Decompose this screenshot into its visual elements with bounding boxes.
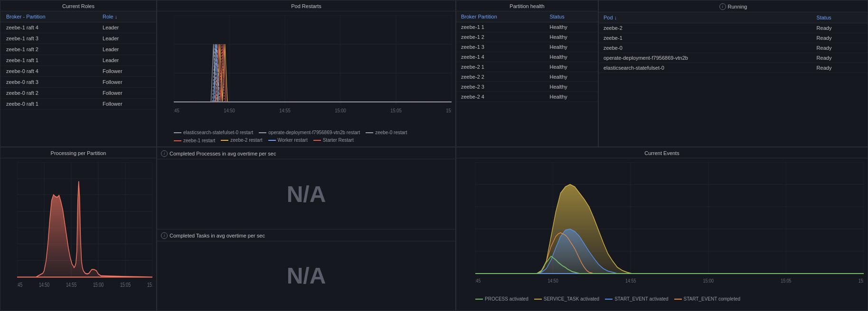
health-status-cell: Healthy	[545, 62, 598, 72]
current-events-svg: 0 2.5 5.0 7.5 10.0 12.5 14:45 14:50 14:5…	[475, 162, 864, 286]
roles-table-row: zeebe-0 raft 4 Follower	[0, 66, 156, 77]
pod-status-cell: Ready	[812, 43, 868, 53]
pod-restarts-legend: elasticsearch-statefulset-0 restart oper…	[157, 129, 455, 145]
role-cell: Leader	[97, 22, 156, 33]
health-status-cell: Healthy	[545, 22, 598, 32]
processing-svg: 0 5 10 15 20 25 30 35 14:45 14:50 14:55 …	[17, 162, 152, 296]
broker-partition-header[interactable]: Broker - Partition	[0, 11, 97, 22]
running-table-row: elasticsearch-statefulset-0 Ready	[599, 63, 868, 73]
current-roles-panel: Current Roles Broker - Partition Role ↓ …	[0, 0, 157, 147]
partition-cell: zeebe-1 2	[456, 32, 545, 42]
health-status-cell: Healthy	[545, 42, 598, 52]
roles-table-row: zeebe-0 raft 3 Follower	[0, 77, 156, 88]
health-status-cell: Healthy	[545, 92, 598, 102]
role-cell: Leader	[97, 33, 156, 44]
partition-cell: zeebe-2 1	[456, 62, 545, 72]
partition-table-row: zeebe-2 4 Healthy	[456, 92, 598, 102]
info-icon-processes: i	[161, 150, 168, 157]
svg-text:15:10: 15:10	[859, 278, 864, 284]
broker-cell: zeebe-0 raft 1	[0, 99, 97, 110]
completed-panel: i Completed Processes in avg overtime pe…	[157, 147, 456, 311]
completed-processes-section: i Completed Processes in avg overtime pe…	[157, 147, 455, 229]
pod-name-cell: zeebe-0	[599, 43, 812, 53]
running-title-text: Running	[728, 4, 747, 9]
partition-table: Broker Partition Status zeebe-1 1 Health…	[456, 11, 598, 102]
svg-text:15:10: 15:10	[147, 281, 152, 288]
svg-text:14:45: 14:45	[475, 278, 481, 284]
processing-panel: Processing per Partition 0 5 10 15 20 25…	[0, 147, 157, 311]
partition-cell: zeebe-2 3	[456, 82, 545, 92]
pod-col[interactable]: Pod ↓	[599, 12, 812, 23]
role-cell: Leader	[97, 55, 156, 66]
pod-name-cell: elasticsearch-statefulset-0	[599, 63, 812, 73]
health-status-cell: Healthy	[545, 52, 598, 62]
pod-restarts-title-text: Pod Restarts	[291, 3, 321, 9]
running-table: Pod ↓ Status zeebe-2 Ready zeebe-1 Ready…	[599, 12, 868, 73]
processing-title-text: Processing per Partition	[51, 150, 106, 156]
partition-table-row: zeebe-1 1 Healthy	[456, 22, 598, 32]
svg-marker-47	[17, 181, 152, 277]
processing-chart: 0 5 10 15 20 25 30 35 14:45 14:50 14:55 …	[0, 158, 156, 308]
role-cell: Follower	[97, 88, 156, 99]
svg-text:14:50: 14:50	[39, 281, 49, 288]
completed-tasks-section: i Completed Tasks in avg overtime per se…	[157, 229, 455, 311]
svg-text:15:05: 15:05	[781, 278, 792, 284]
running-table-row: operate-deployment-f7956869-vtn2b Ready	[599, 53, 868, 63]
partition-table-row: zeebe-1 4 Healthy	[456, 52, 598, 62]
broker-cell: zeebe-1 raft 1	[0, 55, 97, 66]
partition-table-row: zeebe-1 3 Healthy	[456, 42, 598, 52]
broker-cell: zeebe-0 raft 3	[0, 77, 97, 88]
broker-cell: zeebe-0 raft 2	[0, 88, 97, 99]
pod-name-cell: zeebe-2	[599, 23, 812, 33]
health-status-cell: Healthy	[545, 72, 598, 82]
pod-status-cell: Ready	[812, 33, 868, 43]
completed-processes-title: Completed Processes in avg overtime per …	[170, 151, 276, 156]
pod-name-cell: zeebe-1	[599, 33, 812, 43]
svg-text:15:05: 15:05	[120, 281, 131, 288]
running-status-col: Status	[812, 12, 868, 23]
completed-processes-value: N/A	[157, 159, 455, 229]
current-events-legend: PROCESS activated SERVICE_TASK activated…	[456, 295, 868, 303]
running-table-row: zeebe-2 Ready	[599, 23, 868, 33]
running-panel: i Running Pod ↓ Status zeebe-2 Ready zee…	[598, 0, 868, 147]
roles-table-row: zeebe-0 raft 2 Follower	[0, 88, 156, 99]
running-table-row: zeebe-0 Ready	[599, 43, 868, 53]
info-icon-tasks: i	[161, 232, 168, 239]
roles-table-row: zeebe-1 raft 1 Leader	[0, 55, 156, 66]
current-events-title: Current Events	[456, 147, 868, 158]
svg-text:14:55: 14:55	[66, 281, 76, 288]
broker-cell: zeebe-1 raft 3	[0, 33, 97, 44]
current-events-title-text: Current Events	[644, 150, 679, 156]
role-cell: Follower	[97, 66, 156, 77]
svg-text:14:50: 14:50	[224, 108, 235, 114]
role-cell: Follower	[97, 99, 156, 110]
partition-health-title: Partition health	[456, 0, 598, 11]
pod-status-cell: Ready	[812, 63, 868, 73]
partition-cell: zeebe-2 4	[456, 92, 545, 102]
current-roles-title: Current Roles	[0, 0, 156, 11]
current-roles-title-text: Current Roles	[62, 3, 94, 9]
svg-text:15:00: 15:00	[93, 281, 104, 288]
processing-title: Processing per Partition	[0, 147, 156, 158]
roles-table-row: zeebe-1 raft 2 Leader	[0, 44, 156, 55]
role-cell: Follower	[97, 77, 156, 88]
role-header[interactable]: Role ↓	[97, 11, 156, 22]
partition-cell: zeebe-1 4	[456, 52, 545, 62]
pod-status-cell: Ready	[812, 53, 868, 63]
partition-table-row: zeebe-2 1 Healthy	[456, 62, 598, 72]
role-cell: Leader	[97, 44, 156, 55]
roles-table-row: zeebe-0 raft 1 Follower	[0, 99, 156, 110]
completed-tasks-value: N/A	[157, 241, 455, 311]
status-col: Status	[545, 11, 598, 22]
svg-text:14:55: 14:55	[625, 278, 636, 284]
pod-restarts-title: Pod Restarts	[157, 0, 455, 11]
svg-text:15:05: 15:05	[390, 108, 402, 114]
broker-cell: zeebe-1 raft 4	[0, 22, 97, 33]
current-events-chart: 0 2.5 5.0 7.5 10.0 12.5 14:45 14:50 14:5…	[456, 158, 868, 295]
pod-status-cell: Ready	[812, 23, 868, 33]
partition-table-row: zeebe-2 3 Healthy	[456, 82, 598, 92]
pod-restarts-chart: 0 1 2 14:45 14:50 14:55 15:00 15:05 15:1…	[157, 11, 455, 129]
running-table-row: zeebe-1 Ready	[599, 33, 868, 43]
roles-table-row: zeebe-1 raft 3 Leader	[0, 33, 156, 44]
health-status-cell: Healthy	[545, 32, 598, 42]
